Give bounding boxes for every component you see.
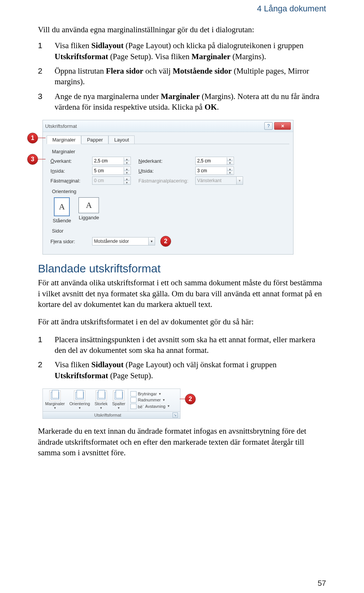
group-orientering: Orientering (52, 189, 286, 194)
step-2: Öppna listrutan Flera sidor och välj Mot… (38, 66, 326, 87)
tab-layout[interactable]: Layout (108, 135, 135, 144)
row-insida-utsida: Insida: ▲▼ Utsida: ▲▼ (50, 167, 286, 175)
orientation-icon (74, 390, 85, 401)
page-setup-ribbon-group: Marginaler ▼ Orientering ▼ Storlek ▼ Spa… (42, 389, 180, 419)
nederkant-input[interactable] (196, 157, 227, 164)
insida-spinner[interactable]: ▲▼ (92, 167, 131, 175)
spin-down-icon[interactable]: ▼ (124, 161, 130, 165)
callout-2: 2 (160, 236, 171, 247)
margins-icon (49, 390, 61, 401)
steps-list-1: Visa fliken Sidlayout (Page Layout) och … (38, 40, 326, 112)
callout-1: 1 (27, 133, 38, 143)
blandade-p2: För att ändra utskriftsformatet i en del… (38, 316, 326, 327)
dialog-titlebar: Utskriftsformat ? ✕ (43, 120, 293, 132)
ribbon-storlek[interactable]: Storlek ▼ (92, 389, 110, 411)
step2-1: Placera insättningspunkten i det avsnitt… (38, 334, 326, 356)
group-marginaler: Marginaler (52, 149, 286, 154)
intro-paragraph: Vill du använda egna marginalinställning… (38, 24, 326, 35)
chevron-down-icon[interactable]: ▼ (148, 238, 155, 245)
fastmarginal-label: Fästmarginal: (50, 178, 92, 184)
row-overkant-nederkant: ÖÖverkant:verkant: ▲▼ Nederkant: ▲▼ (50, 157, 286, 165)
fastmarginal-spinner[interactable]: ▲▼ (92, 176, 131, 185)
breaks-icon (130, 391, 136, 396)
group-sidor: Sidor (52, 228, 286, 234)
closing-paragraph: Markerade du en text innan du ändrade fo… (38, 426, 326, 458)
ribbon-brytningar[interactable]: Brytningar ▼ (130, 391, 178, 396)
fastmarginalplacering-label: Fästmarginalplacering: (131, 178, 195, 184)
hyphenation-icon (130, 404, 136, 409)
ribbon-group-label: Utskriftsformat (43, 413, 173, 417)
ribbon-marginaler[interactable]: Marginaler ▼ (43, 389, 67, 411)
line-numbers-icon (130, 397, 136, 403)
help-button[interactable]: ? (264, 122, 273, 130)
fastmarginalplacering-dropdown: Vänsterkant ▼ (195, 176, 243, 185)
heading-blandade: Blandade utskriftsformat (38, 262, 326, 275)
tab-papper[interactable]: Papper (81, 135, 108, 144)
chapter-title: 4 Långa dokument (38, 4, 326, 14)
callout-3: 3 (27, 154, 38, 165)
chevron-down-icon: ▼ (162, 398, 165, 402)
columns-icon (113, 390, 124, 401)
close-button[interactable]: ✕ (274, 122, 291, 130)
step2-2: Visa fliken Sidlayout (Page Layout) och … (38, 359, 326, 381)
tab-marginaler[interactable]: Marginaler (47, 135, 81, 144)
nederkant-label: Nederkant: (131, 158, 195, 164)
insida-label: Insida: (50, 168, 92, 174)
flera-sidor-dropdown[interactable]: Motstående sidor ▼ (92, 237, 155, 245)
chevron-down-icon: ▼ (117, 406, 120, 410)
dialog-title: Utskriftsformat (45, 123, 264, 129)
portrait-icon: A (54, 197, 70, 216)
page-setup-dialog: Utskriftsformat ? ✕ Marginaler Papper La… (42, 120, 293, 255)
blandade-p1: För att använda olika utskriftsformat i … (38, 277, 326, 310)
flera-sidor-label: Flera sidor: (50, 239, 92, 244)
page-number: 57 (318, 579, 326, 588)
landscape-icon: A (78, 197, 99, 213)
utsida-input[interactable] (196, 167, 227, 174)
ribbon-spalter[interactable]: Spalter ▼ (110, 389, 128, 411)
chevron-down-icon: ▼ (158, 392, 162, 396)
chevron-down-icon: ▼ (78, 406, 81, 410)
insida-input[interactable] (93, 167, 124, 174)
chevron-down-icon: ▼ (53, 406, 56, 410)
step-1: Visa fliken Sidlayout (Page Layout) och … (38, 40, 326, 62)
chevron-down-icon: ▼ (167, 404, 170, 408)
overkant-input[interactable] (93, 157, 124, 164)
chevron-down-icon: ▼ (236, 177, 243, 184)
ribbon-radnummer[interactable]: Radnummer ▼ (130, 397, 178, 403)
row-fastmarginal: Fästmarginal: ▲▼ Fästmarginalplacering: … (50, 176, 286, 185)
orientation-landscape[interactable]: A Liggande (78, 197, 99, 223)
overkant-spinner[interactable]: ▲▼ (92, 157, 131, 165)
dialog-figure: 1 3 Utskriftsformat ? ✕ Marginaler Pappe… (27, 120, 326, 255)
callout-2b: 2 (185, 394, 196, 404)
spin-up-icon[interactable]: ▲ (124, 157, 130, 161)
chevron-down-icon: ▼ (100, 406, 103, 410)
utsida-spinner[interactable]: ▲▼ (195, 167, 234, 175)
size-icon (96, 390, 107, 401)
utsida-label: Utsida: (131, 168, 195, 174)
ribbon-avstavning[interactable]: bē- Avstavning ▼ (130, 403, 178, 409)
overkant-label: ÖÖverkant:verkant: (50, 158, 92, 164)
ribbon-orientering[interactable]: Orientering ▼ (67, 389, 92, 411)
nederkant-spinner[interactable]: ▲▼ (195, 157, 234, 165)
dialog-launcher-icon[interactable]: ↘ (173, 412, 178, 418)
steps-list-2: Placera insättningspunkten i det avsnitt… (38, 334, 326, 381)
fastmarginal-input[interactable] (93, 177, 124, 184)
step-3: Ange de nya marginalerna under Marginale… (38, 91, 326, 113)
orientation-portrait[interactable]: A Stående (53, 197, 71, 223)
ribbon-figure: Marginaler ▼ Orientering ▼ Storlek ▼ Spa… (27, 389, 326, 419)
